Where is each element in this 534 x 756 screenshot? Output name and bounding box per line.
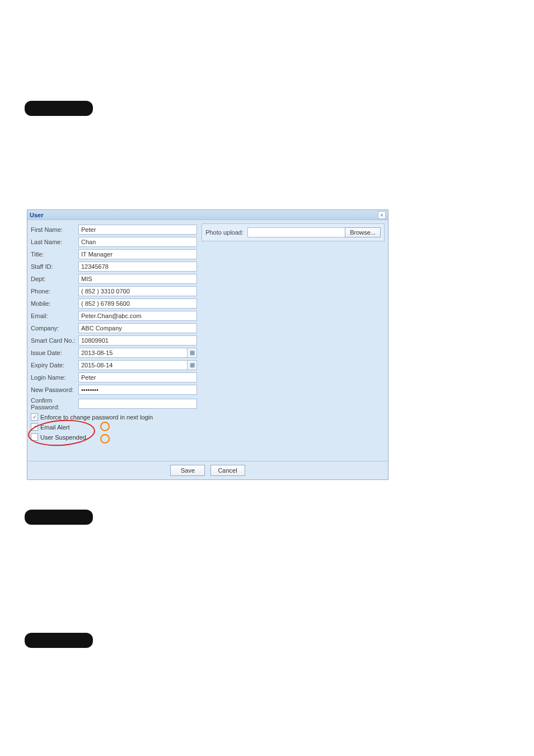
last-name-label: Last Name: xyxy=(31,239,78,245)
photo-upload-field[interactable] xyxy=(247,227,345,237)
browse-button[interactable]: Browse... xyxy=(345,227,381,237)
smart-card-label: Smart Card No.: xyxy=(31,337,78,344)
dialog-footer: Save Cancel xyxy=(27,461,388,479)
email-alert-row: ✓ Email Alert xyxy=(31,423,197,431)
title-field[interactable] xyxy=(78,249,197,259)
user-suspended-row: User Suspended xyxy=(31,433,197,441)
first-name-label: First Name: xyxy=(31,226,78,233)
staff-id-label: Staff ID: xyxy=(31,263,78,270)
issue-date-label: Issue Date: xyxy=(31,349,78,356)
form-left-column: First Name: Last Name: Title: Staff ID: … xyxy=(31,225,197,455)
dialog-titlebar: User × xyxy=(27,210,388,220)
redaction-bar-2 xyxy=(25,510,93,525)
mobile-field[interactable] xyxy=(78,298,197,309)
smart-card-field[interactable] xyxy=(78,335,197,346)
login-name-label: Login Name: xyxy=(31,374,78,381)
mobile-label: Mobile: xyxy=(31,300,78,307)
new-password-label: New Password: xyxy=(31,386,78,393)
confirm-password-label: Confirm Password: xyxy=(31,397,78,410)
first-name-field[interactable] xyxy=(78,225,197,235)
save-button[interactable]: Save xyxy=(170,465,205,476)
email-alert-checkbox[interactable]: ✓ xyxy=(31,423,38,431)
email-alert-label: Email Alert xyxy=(40,424,70,431)
email-field[interactable] xyxy=(78,311,197,321)
phone-label: Phone: xyxy=(31,288,78,295)
company-field[interactable] xyxy=(78,323,197,333)
calendar-icon[interactable]: ▦ xyxy=(188,348,197,358)
form-right-column: Photo upload: Browse... xyxy=(197,225,385,455)
title-label: Title: xyxy=(31,251,78,258)
close-icon[interactable]: × xyxy=(378,211,386,219)
dialog-body: First Name: Last Name: Title: Staff ID: … xyxy=(27,220,388,461)
dept-label: Dept: xyxy=(31,276,78,282)
staff-id-field[interactable] xyxy=(78,262,197,272)
expiry-date-field[interactable] xyxy=(78,360,188,370)
user-suspended-checkbox[interactable] xyxy=(31,433,38,441)
issue-date-field[interactable] xyxy=(78,348,188,358)
expiry-date-label: Expiry Date: xyxy=(31,362,78,368)
company-label: Company: xyxy=(31,325,78,332)
cancel-button[interactable]: Cancel xyxy=(210,465,245,476)
enforce-password-checkbox[interactable]: ✓ xyxy=(31,413,38,421)
email-label: Email: xyxy=(31,312,78,319)
last-name-field[interactable] xyxy=(78,237,197,247)
user-suspended-label: User Suspended xyxy=(40,434,86,441)
enforce-password-label: Enforce to change password in next login xyxy=(40,414,153,421)
photo-upload-panel: Photo upload: Browse... xyxy=(202,223,385,241)
confirm-password-field[interactable] xyxy=(78,399,197,409)
photo-upload-label: Photo upload: xyxy=(205,229,247,236)
redaction-bar-3 xyxy=(25,633,93,648)
phone-field[interactable] xyxy=(78,286,197,296)
dialog-title: User xyxy=(30,212,43,218)
calendar-icon[interactable]: ▦ xyxy=(188,360,197,370)
user-dialog: User × First Name: Last Name: Title: Sta… xyxy=(27,209,388,480)
new-password-field[interactable] xyxy=(78,385,197,395)
redaction-bar-1 xyxy=(25,101,93,116)
dept-field[interactable] xyxy=(78,274,197,284)
enforce-password-row: ✓ Enforce to change password in next log… xyxy=(31,413,197,421)
login-name-field[interactable] xyxy=(78,372,197,382)
